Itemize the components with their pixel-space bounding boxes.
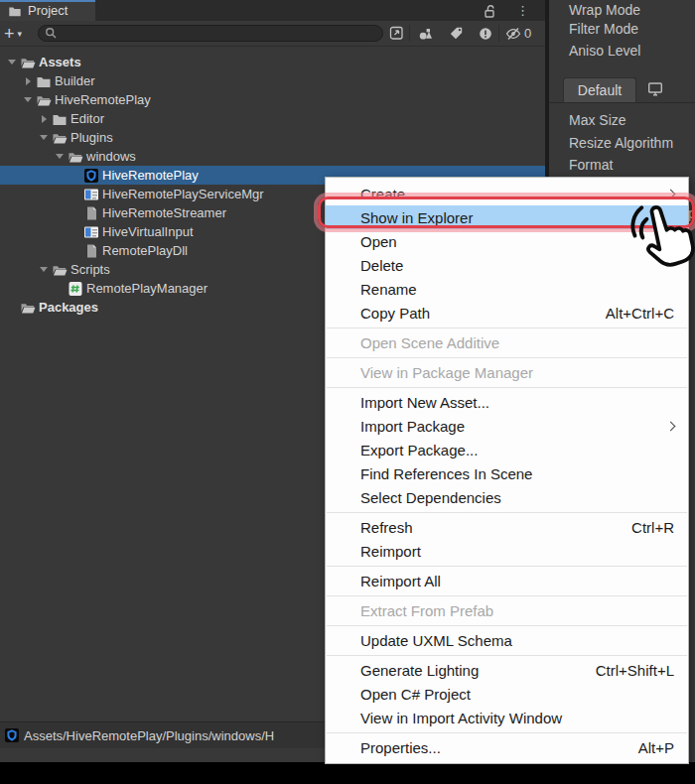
tab-project[interactable]: Project (0, 0, 95, 21)
kebab-menu-icon[interactable]: ⋮ (516, 4, 529, 17)
menu-item-generate-lighting[interactable]: Generate Lighting Ctrl+Shift+L (326, 658, 688, 682)
folder-open-icon (52, 262, 68, 278)
menu-item-show-in-explorer[interactable]: Show in Explorer (326, 205, 688, 229)
property-label-wrap-mode: Wrap Mode (569, 2, 640, 18)
project-toolbar: + ▾ 0 (0, 21, 545, 47)
toolbar-divider (498, 25, 499, 42)
filter-by-type-icon (418, 26, 434, 42)
tree-item-hiveremoteplay-folder[interactable]: HiveRemotePlay (0, 90, 545, 109)
open-in-search-button[interactable] (383, 23, 409, 44)
menu-item-properties[interactable]: Properties... Alt+P (326, 735, 688, 759)
folder-open-icon (20, 300, 36, 316)
unlock-icon[interactable] (483, 4, 496, 18)
window-asset-icon (83, 187, 99, 202)
folder-open-icon (52, 130, 68, 146)
shortcut-label: Alt+P (609, 739, 674, 756)
expander-icon[interactable] (36, 128, 52, 147)
caret-down-icon: ▾ (18, 29, 23, 39)
submenu-arrow-icon (666, 189, 676, 198)
clipped-inspector-text: p (688, 205, 695, 221)
hidden-count-badge: 0 (524, 26, 531, 41)
menu-item-extract-from-prefab: Extract From Prefab (326, 598, 688, 622)
menu-item-update-uxml-schema[interactable]: Update UXML Schema (326, 628, 688, 652)
selected-asset-path: Assets/HiveRemotePlay/Plugins/windows/H (24, 728, 274, 743)
menu-item-refresh[interactable]: Refresh Ctrl+R (326, 515, 688, 539)
hive-asset-icon (4, 727, 20, 743)
menu-separator (327, 387, 687, 388)
folder-open-icon (20, 55, 36, 70)
menu-item-rename[interactable]: Rename (326, 277, 688, 301)
tag-icon (449, 26, 464, 41)
expander-icon[interactable] (20, 71, 36, 90)
expander-icon[interactable] (36, 109, 52, 128)
tree-item-windows[interactable]: windows (0, 147, 545, 166)
folder-open-icon (68, 149, 83, 165)
menu-item-import-new-asset[interactable]: Import New Asset... (326, 390, 688, 414)
tab-project-label: Project (28, 3, 68, 18)
property-label-max-size: Max Size (569, 112, 626, 128)
menu-separator (327, 566, 687, 567)
project-tabstrip: Project ⋮ (0, 0, 545, 21)
hive-asset-icon (83, 168, 99, 184)
folder-open-icon (36, 92, 52, 108)
menu-separator (327, 732, 687, 733)
expander-icon[interactable] (52, 147, 68, 166)
menu-item-open[interactable]: Open (326, 229, 688, 253)
folder-closed-icon (52, 111, 68, 127)
search-input[interactable] (62, 27, 359, 41)
tree-item-plugins[interactable]: Plugins (0, 128, 545, 147)
filter-by-type-button[interactable] (413, 23, 439, 44)
monitor-platform-icon[interactable] (648, 82, 662, 96)
menu-item-reimport[interactable]: Reimport (326, 539, 688, 563)
csharp-script-icon (68, 281, 83, 297)
tree-item-assets[interactable]: Assets (0, 53, 545, 71)
menu-item-open-csharp-project[interactable]: Open C# Project (326, 682, 688, 706)
tab-default-platform[interactable]: Default (563, 77, 636, 102)
menu-separator (327, 512, 687, 513)
menu-separator (327, 625, 687, 626)
folder-icon (8, 4, 22, 18)
screenshot-root: Project ⋮ + ▾ (0, 0, 695, 784)
page-asset-icon (83, 205, 99, 221)
menu-item-import-package[interactable]: Import Package (326, 414, 688, 438)
menu-separator (327, 595, 687, 596)
eye-slash-icon (505, 27, 521, 41)
bottom-black-band (0, 762, 695, 784)
menu-item-view-in-import-activity-window[interactable]: View in Import Activity Window (326, 706, 688, 729)
expander-icon[interactable] (20, 90, 36, 109)
menu-item-select-dependencies[interactable]: Select Dependencies (326, 485, 688, 509)
property-label-filter-mode: Filter Mode (569, 21, 638, 37)
property-label-format: Format (569, 157, 613, 173)
create-asset-button[interactable]: + ▾ (4, 22, 34, 45)
filter-by-importer-alert-button[interactable] (473, 23, 498, 44)
shortcut-label: Ctrl+R (602, 519, 674, 536)
expander-icon[interactable] (36, 260, 52, 279)
hidden-packages-button[interactable] (500, 23, 526, 44)
open-in-search-icon (389, 26, 404, 41)
menu-item-copy-path[interactable]: Copy Path Alt+Ctrl+C (326, 301, 688, 325)
menu-item-delete[interactable]: Delete (326, 253, 688, 277)
plus-icon: + (4, 25, 15, 43)
window-asset-icon (83, 224, 99, 240)
menu-item-view-in-package-manager: View in Package Manager (326, 360, 688, 384)
folder-closed-icon (36, 73, 52, 89)
menu-item-create[interactable]: Create (326, 182, 688, 205)
search-box[interactable] (38, 25, 383, 42)
menu-item-export-package[interactable]: Export Package... (326, 438, 688, 461)
menu-separator (327, 357, 687, 358)
active-tab-accent (0, 0, 95, 2)
submenu-arrow-icon (666, 421, 676, 431)
expander-icon[interactable] (4, 53, 20, 71)
filter-by-label-button[interactable] (443, 23, 469, 44)
menu-item-open-scene-additive: Open Scene Additive (326, 330, 688, 354)
search-icon (45, 27, 58, 40)
tree-item-builder[interactable]: Builder (0, 71, 545, 90)
tree-item-editor[interactable]: Editor (0, 109, 545, 128)
platform-tab-bar: Default (549, 77, 695, 103)
menu-item-find-references-in-scene[interactable]: Find References In Scene (326, 461, 688, 485)
menu-separator (327, 655, 687, 656)
menu-item-reimport-all[interactable]: Reimport All (326, 569, 688, 592)
property-label-aniso-level: Aniso Level (569, 43, 640, 59)
shortcut-label: Alt+Ctrl+C (576, 305, 674, 322)
page-asset-icon (83, 243, 99, 259)
